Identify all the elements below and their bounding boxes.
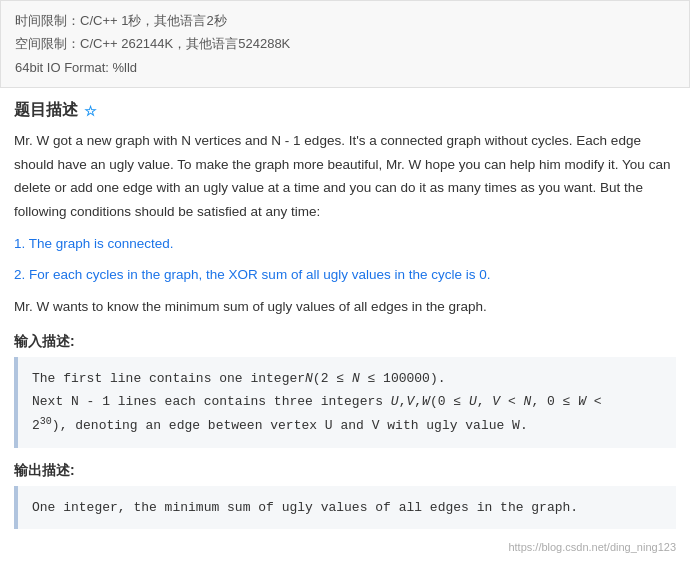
bookmark-icon[interactable]: ☆ (84, 103, 97, 119)
input-line-2: Next N - 1 lines each contains three int… (32, 390, 662, 413)
io-format-line: 64bit IO Format: %lld (15, 56, 675, 79)
condition-2-text: 2. For each cycles in the graph, the XOR… (14, 267, 490, 282)
condition-1-text: 1. The graph is connected. (14, 236, 174, 251)
time-limit-line: 时间限制：C/C++ 1秒，其他语言2秒 (15, 9, 675, 32)
io-format-text: 64bit IO Format: %lld (15, 60, 137, 75)
condition-1: 1. The graph is connected. (14, 232, 676, 256)
output-title-text: 输出描述: (14, 462, 75, 478)
input-section-title: 输入描述: (14, 333, 676, 351)
output-line-1: One integer, the minimum sum of ugly val… (32, 496, 662, 519)
space-limit-text: 空间限制：C/C++ 262144K，其他语言524288K (15, 36, 290, 51)
problem-section-title: 题目描述 ☆ (14, 100, 676, 121)
space-limit-line: 空间限制：C/C++ 262144K，其他语言524288K (15, 32, 675, 55)
condition-3-text: Mr. W wants to know the minimum sum of u… (14, 299, 487, 314)
input-line-1: The first line contains one integerN(2 ≤… (32, 367, 662, 390)
top-info-box: 时间限制：C/C++ 1秒，其他语言2秒 空间限制：C/C++ 262144K，… (0, 0, 690, 88)
input-line-3: 230), denoting an edge between vertex U … (32, 413, 662, 438)
output-section-title: 输出描述: (14, 462, 676, 480)
problem-paragraph: Mr. W got a new graph with N vertices an… (14, 133, 670, 219)
condition-2: 2. For each cycles in the graph, the XOR… (14, 263, 676, 287)
watermark-text: https://blog.csdn.net/ding_ning123 (508, 541, 676, 553)
output-text: One integer, the minimum sum of ugly val… (32, 500, 578, 515)
output-code-box: One integer, the minimum sum of ugly val… (14, 486, 676, 529)
time-limit-label: 时间限制：C/C++ 1秒，其他语言2秒 (15, 13, 227, 28)
watermark: https://blog.csdn.net/ding_ning123 (0, 539, 690, 563)
problem-body-text: Mr. W got a new graph with N vertices an… (14, 129, 676, 224)
condition-3: Mr. W wants to know the minimum sum of u… (14, 295, 676, 319)
problem-section: 题目描述 ☆ Mr. W got a new graph with N vert… (0, 88, 690, 318)
input-code-box: The first line contains one integerN(2 ≤… (14, 357, 676, 449)
input-title-text: 输入描述: (14, 333, 75, 349)
problem-title-text: 题目描述 (14, 100, 78, 121)
